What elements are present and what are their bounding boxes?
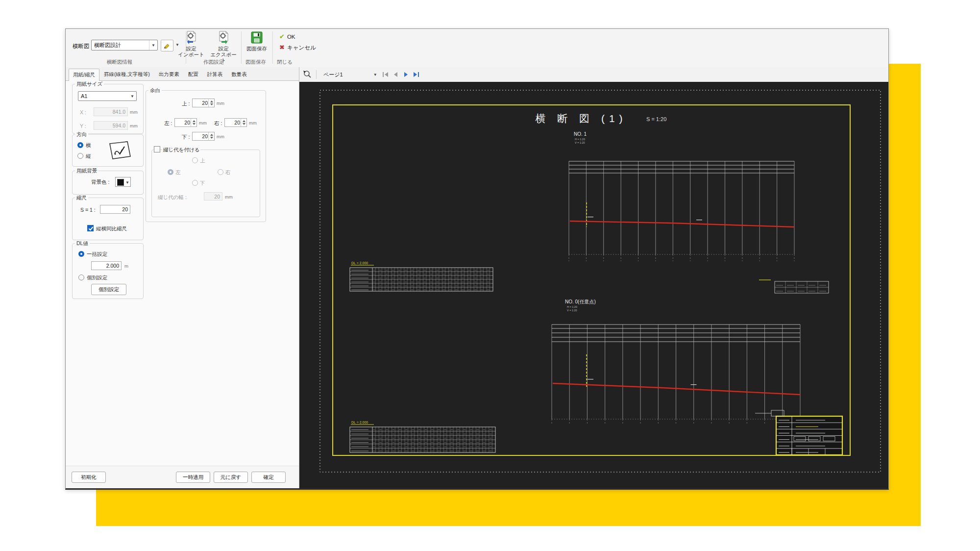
settings-panel: 用紙/縮尺 罫線(線種,文字種等) 出力要素 配置 計算表 数量表 用紙サイズ …: [66, 67, 299, 488]
station-table: [759, 280, 829, 293]
binding-width-field: 20: [204, 192, 222, 200]
next-page-icon[interactable]: [403, 72, 409, 77]
page-select-value[interactable]: ページ1: [323, 71, 343, 78]
binding-left-radio[interactable]: [168, 169, 173, 175]
binding-top-radio[interactable]: [192, 157, 198, 163]
ribbon: 横断図 横断図設計 ▼ ▼ 設定: [66, 29, 888, 68]
section1-scale-h: H = 1:20: [575, 138, 585, 141]
paper-y-field: 594.0: [94, 121, 128, 130]
stepper-arrows[interactable]: [208, 132, 214, 140]
margin-right-value: 20: [234, 120, 240, 125]
binding-bottom-label: 下: [200, 180, 205, 187]
cancel-button[interactable]: ✖キャンセル: [279, 44, 316, 51]
edit-name-button[interactable]: [161, 40, 173, 51]
same-ratio-checkbox[interactable]: [87, 225, 94, 231]
dl-individual-settings-button[interactable]: 個別設定: [91, 284, 126, 295]
cross-section-combobox-value: 横断図設計: [94, 42, 121, 49]
app-window: 横断図 横断図設計 ▼ ▼ 設定: [65, 28, 889, 490]
first-page-icon[interactable]: [382, 72, 389, 77]
margin-left-stepper[interactable]: 20: [174, 118, 197, 127]
dl-batch-radio[interactable]: [78, 251, 84, 257]
margin-left-unit: mm: [199, 120, 207, 125]
reset-button[interactable]: 初期化: [72, 472, 106, 483]
save-drawing-button[interactable]: 図面保存: [243, 30, 270, 58]
margin-right-unit: mm: [249, 120, 257, 125]
dl-note-2: DL = 2.000: [351, 421, 368, 424]
zoom-select-icon[interactable]: [302, 70, 313, 79]
orientation-landscape-label: 横: [86, 142, 91, 149]
cross-section-1: [569, 161, 794, 261]
binding-right-radio[interactable]: [218, 169, 223, 175]
scale-ratio-field[interactable]: 20: [100, 205, 130, 214]
preview-area: ページ1 ▼: [299, 67, 888, 488]
margin-left-value: 20: [184, 120, 190, 125]
scale-ratio-label: S = 1 :: [80, 207, 96, 213]
dl-note-1: DL = 2.000: [351, 261, 368, 265]
temp-apply-button[interactable]: 一時適用: [176, 472, 210, 483]
paper-orientation-icon: [108, 141, 132, 160]
section2-label: NO. 0(任意点): [565, 299, 596, 304]
margin-top-label: 上 :: [182, 100, 190, 107]
settings-export-label-1: 設定: [219, 46, 229, 51]
chevron-down-icon[interactable]: ▼: [373, 73, 377, 77]
tab-calc-table[interactable]: 計算表: [203, 68, 227, 80]
dl-value-group-label: DL値: [75, 240, 90, 247]
ribbon-group-info: 横断図情報: [93, 59, 147, 66]
main-area: 用紙/縮尺 罫線(線種,文字種等) 出力要素 配置 計算表 数量表 用紙サイズ …: [66, 67, 888, 488]
tab-output-elements[interactable]: 出力要素: [154, 68, 184, 80]
settings-tabbar: 用紙/縮尺 罫線(線種,文字種等) 出力要素 配置 計算表 数量表: [66, 67, 299, 81]
tab-quantity-table[interactable]: 数量表: [227, 68, 251, 80]
orientation-group-label: 方向: [75, 131, 88, 138]
binding-margin-checkbox-label: 綴じ代を付ける: [162, 147, 200, 153]
cross-section-field-label: 横断図: [73, 43, 90, 50]
tab-page-paper-scale: 用紙サイズ A1 ▼ X : 841.0 mm Y : 594.0 mm 方向 …: [66, 81, 299, 466]
settings-import-icon: [183, 30, 199, 45]
color-swatch-black: [117, 179, 124, 186]
section2-scale-h: H = 1:20: [567, 305, 577, 308]
stepper-arrows[interactable]: [191, 119, 196, 126]
chevron-down-icon: ▼: [128, 92, 136, 100]
paper-size-value: A1: [81, 93, 87, 99]
ok-button[interactable]: ✔OK: [279, 33, 295, 40]
background-color-label: 背景色 :: [91, 179, 109, 186]
drawing-canvas[interactable]: 横 断 図 (1) S = 1:20 NO. 1 H = 1:20 V = 1:…: [299, 82, 888, 488]
stepper-arrows[interactable]: [208, 99, 214, 107]
orientation-landscape-radio[interactable]: [77, 142, 83, 148]
binding-bottom-radio[interactable]: [192, 180, 198, 186]
cancel-x-icon: ✖: [279, 44, 285, 51]
margin-top-value: 20: [202, 100, 208, 106]
orientation-portrait-radio[interactable]: [77, 153, 83, 159]
previous-page-icon[interactable]: [392, 72, 399, 77]
margin-bottom-stepper[interactable]: 20: [192, 132, 215, 141]
scale-group: [72, 198, 144, 240]
stepper-arrows[interactable]: [241, 119, 246, 126]
margin-bottom-unit: mm: [217, 134, 224, 139]
last-page-icon[interactable]: [413, 72, 419, 77]
tab-layout[interactable]: 配置: [184, 68, 203, 80]
settings-export-button[interactable]: 設定 エクスポート: [209, 30, 238, 58]
orientation-portrait-label: 縦: [86, 153, 91, 160]
paper-size-select[interactable]: A1 ▼: [78, 91, 137, 101]
binding-margin-checkbox[interactable]: [154, 146, 160, 152]
dl-individual-radio[interactable]: [78, 275, 84, 280]
tab-paper-scale[interactable]: 用紙/縮尺: [69, 69, 99, 81]
tab-ruled-lines[interactable]: 罫線(線種,文字種等): [99, 68, 154, 80]
data-table-1: [350, 268, 493, 291]
settings-export-icon: [216, 30, 231, 45]
paper-x-unit: mm: [130, 109, 138, 115]
binding-width-label: 綴じ代の幅 :: [158, 194, 187, 201]
background-color-swatch[interactable]: ▼: [115, 177, 131, 187]
margin-right-stepper[interactable]: 20: [224, 118, 247, 127]
margin-right-label: 右 :: [214, 120, 222, 127]
paper-y-label: Y :: [80, 123, 86, 129]
scale-group-label: 縮尺: [75, 195, 88, 201]
margin-top-stepper[interactable]: 20: [192, 99, 215, 107]
undo-button[interactable]: 元に戻す: [214, 472, 248, 483]
dl-batch-label: 一括設定: [87, 251, 107, 258]
chevron-down-icon[interactable]: ▼: [149, 40, 157, 50]
cross-section-combobox[interactable]: 横断図設計 ▼: [91, 40, 158, 50]
margin-left-label: 左 :: [164, 120, 172, 127]
dl-batch-value-field[interactable]: 2.000: [91, 261, 122, 270]
confirm-button[interactable]: 確定: [251, 472, 286, 483]
settings-import-button[interactable]: 設定 インポート: [176, 30, 206, 58]
